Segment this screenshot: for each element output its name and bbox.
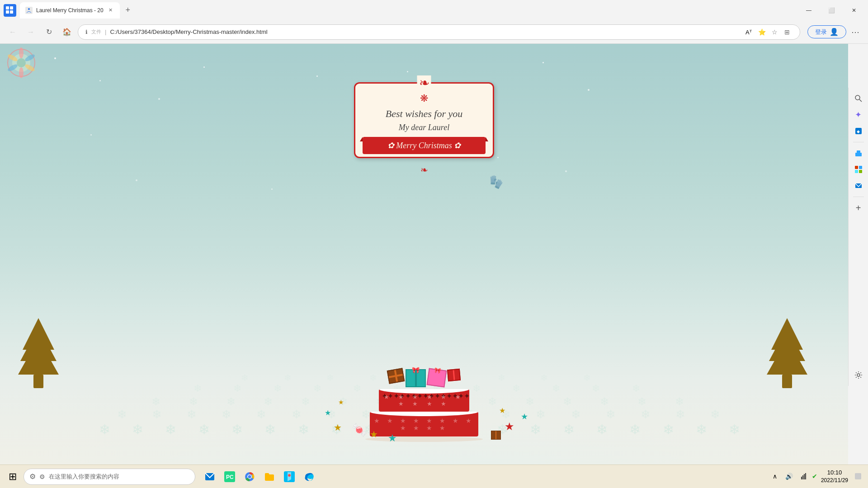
svg-point-8	[17, 58, 26, 67]
back-button[interactable]: ←	[5, 25, 20, 39]
gift2: 🎀	[406, 369, 426, 387]
address-input[interactable]: ℹ 文件 | C:/Users/37364/Desktop/Merry-Chri…	[78, 24, 800, 40]
tray-network-icon[interactable]	[797, 470, 810, 483]
svg-rect-31	[855, 170, 858, 173]
star-scatter3: ★	[338, 399, 344, 406]
snow-dot	[271, 188, 273, 190]
sidebar-copilot-icon[interactable]: ✦	[851, 108, 866, 122]
snow-dot	[203, 66, 205, 68]
svg-rect-0	[6, 6, 9, 9]
notification-center-button[interactable]	[852, 470, 864, 483]
gift3: 🎀	[427, 368, 447, 387]
clock-date: 2022/11/29	[821, 477, 848, 484]
tab-bar: Laurel Merry Christmas - 20 ✕ +	[20, 2, 795, 19]
gift1	[387, 368, 405, 384]
sidebar-divider1	[853, 142, 864, 142]
star-scatter5: ★	[499, 406, 505, 415]
snow-dot	[158, 98, 160, 100]
minimize-button[interactable]: —	[798, 3, 819, 18]
card-main: ❋ Best wishes for you My dear Laurel ✿ M…	[354, 82, 494, 158]
forward-button[interactable]: →	[24, 25, 38, 39]
collections-icon[interactable]: ⊞	[782, 27, 793, 38]
svg-rect-3	[10, 10, 13, 14]
svg-point-10	[24, 53, 36, 63]
login-label: 登录	[815, 28, 827, 36]
svg-rect-44	[802, 475, 803, 479]
active-tab[interactable]: Laurel Merry Christmas - 20 ✕	[20, 2, 120, 19]
taskbar-search-gear-icon: ⚙	[29, 472, 36, 481]
svg-point-13	[7, 63, 19, 73]
taskbar-search-gear2-icon: ⚙	[39, 473, 45, 480]
card-line2: My dear Laurel	[366, 123, 482, 132]
star-scatter6: ★	[521, 412, 528, 422]
more-menu-button[interactable]: ⋯	[848, 25, 863, 39]
sidebar-add-icon[interactable]: +	[851, 201, 866, 215]
read-aloud-icon[interactable]: Aᵀ	[744, 27, 755, 38]
tree-right	[762, 314, 812, 392]
sidebar-office-icon[interactable]	[851, 162, 866, 177]
close-button[interactable]: ✕	[844, 3, 864, 18]
gift-boxes-top: 🎀 🎀	[361, 369, 487, 387]
sidebar-outlook-icon[interactable]	[851, 178, 866, 193]
svg-rect-28	[857, 150, 860, 154]
taskbar-pycharm-app[interactable]: PC	[221, 468, 239, 486]
sidebar-search-icon[interactable]	[851, 91, 866, 106]
sidebar-extension-icon[interactable]	[851, 146, 866, 160]
taskbar-files-app[interactable]	[260, 468, 278, 486]
browser-window: Laurel Merry Christmas - 20 ✕ + — ⬜ ✕ ← …	[0, 0, 868, 488]
taskbar-clock[interactable]: 10:10 2022/11/29	[821, 469, 848, 484]
browser-icon	[4, 4, 16, 17]
taskbar-search[interactable]: ⚙ ⚙ 在这里输入你要搜索的内容	[24, 469, 195, 485]
tray-antivirus-icon[interactable]: ✔	[812, 473, 817, 480]
taskbar-apps: PC	[201, 468, 318, 486]
taskbar: ⊞ ⚙ ⚙ 在这里输入你要搜索的内容 PC	[0, 465, 868, 488]
taskbar-chrome-app[interactable]	[241, 468, 259, 486]
svg-point-14	[7, 53, 19, 63]
card-banner: ✿ Merry Christmas ✿	[363, 137, 486, 154]
tree-left	[14, 314, 63, 392]
login-button[interactable]: 登录 👤	[807, 25, 846, 38]
start-button[interactable]: ⊞	[4, 468, 22, 486]
tray-up-arrow[interactable]: ∧	[769, 470, 781, 483]
refresh-button[interactable]: ↻	[42, 25, 56, 39]
address-icons: Aᵀ ⭐ ☆ ⊞	[744, 27, 793, 38]
svg-rect-29	[855, 166, 858, 169]
sidebar-settings-icon[interactable]	[851, 368, 866, 382]
address-bar: ← → ↻ 🏠 ℹ 文件 | C:/Users/37364/Desktop/Me…	[0, 20, 868, 44]
taskbar-mail-app[interactable]	[201, 468, 219, 486]
tray-sound-icon[interactable]: 🔊	[783, 470, 796, 483]
svg-rect-45	[804, 474, 805, 479]
gift4	[447, 369, 461, 381]
new-tab-button[interactable]: +	[122, 4, 134, 17]
svg-line-24	[859, 99, 862, 102]
star-scatter1: ★	[334, 422, 342, 433]
svg-rect-32	[859, 170, 862, 173]
window-controls: — ⬜ ✕	[798, 3, 864, 18]
maximize-button[interactable]: ⬜	[821, 3, 842, 18]
card-line1: Best wishes for you	[366, 107, 482, 121]
card-bottom-swirl: ❧	[354, 164, 494, 175]
gifts-area: 🎀 🎀	[361, 369, 487, 442]
snow-dot	[99, 80, 101, 81]
snow-dot	[588, 89, 590, 91]
separator: |	[105, 28, 106, 35]
sidebar-collections-icon[interactable]: ◆	[851, 124, 866, 138]
svg-point-11	[24, 63, 36, 73]
home-button[interactable]: 🏠	[60, 25, 74, 39]
favorites-icon[interactable]: ☆	[769, 27, 780, 38]
clock-time: 10:10	[821, 469, 848, 477]
taskbar-edge-app[interactable]	[300, 468, 318, 486]
snow-dot	[136, 179, 137, 181]
svg-rect-1	[10, 6, 13, 9]
tab-close-button[interactable]: ✕	[107, 7, 114, 14]
cake-middle: ✦✦✦✦✦✦✦✦✦✦✦✦✦✦✦✦✦✦✦✦ ★ ★ ★ ★ ★ ★ ★ ★ ★ ★	[379, 389, 469, 412]
svg-text:◆: ◆	[857, 129, 860, 134]
immersive-reader-icon[interactable]: ⭐	[756, 27, 767, 38]
info-icon: ℹ	[85, 29, 88, 35]
snow-dot	[407, 71, 408, 72]
svg-text:Aᵀ: Aᵀ	[745, 29, 752, 36]
taskbar-maps-app[interactable]	[280, 468, 298, 486]
avatar-icon: 👤	[830, 28, 839, 36]
title-bar: Laurel Merry Christmas - 20 ✕ + — ⬜ ✕	[0, 0, 868, 20]
snow-dot	[542, 62, 544, 63]
